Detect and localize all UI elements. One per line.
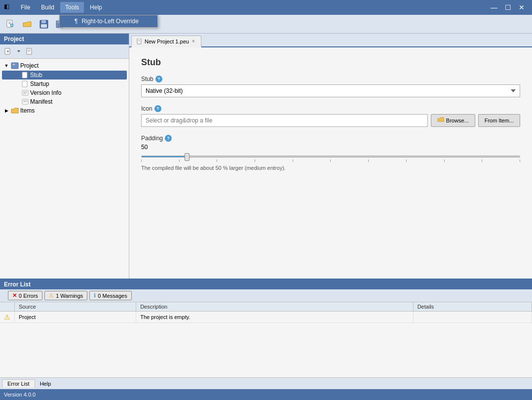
dropdown-item-rtl[interactable]: ¶ Right-to-Left Override (60, 15, 157, 27)
tree-item-versioninfo[interactable]: ▶ Version Info (2, 88, 127, 97)
folder-browse-icon (437, 117, 444, 123)
tree-item-project[interactable]: ▼ Project (2, 61, 127, 71)
open-icon (22, 19, 32, 29)
expand-items-icon[interactable]: ▶ (3, 107, 10, 114)
from-item-button[interactable]: From Item... (478, 114, 520, 127)
tree-item-manifest[interactable]: ▶ Manifest (2, 97, 127, 106)
status-bar: Version 4.0.0 (0, 389, 532, 400)
newfile-icon (26, 48, 33, 55)
project-icon (11, 62, 19, 70)
svg-rect-9 (45, 21, 46, 23)
slider-fill (142, 156, 187, 157)
main-area: Project (0, 34, 532, 279)
stub-label: Stub ? (141, 76, 520, 82)
new-icon (5, 19, 15, 29)
toolbar-new-button[interactable] (3, 17, 18, 31)
stub-help-icon[interactable]: ? (155, 76, 162, 82)
slider-thumb[interactable] (185, 153, 190, 161)
menu-help[interactable]: Help (85, 2, 107, 13)
menu-build[interactable]: Build (36, 2, 59, 13)
svg-rect-8 (41, 24, 47, 28)
padding-help-icon[interactable]: ? (165, 135, 172, 142)
menu-tools[interactable]: Tools (60, 2, 84, 13)
padding-value: 50 (141, 144, 520, 151)
content-area: New Project 1.peu × Stub Stub ? Native (… (129, 34, 532, 279)
error-list-header: Error List (0, 280, 532, 289)
menu-bar: File Build Tools Help (16, 2, 107, 13)
icon-file-input[interactable] (141, 114, 428, 127)
error-icon: ✕ (12, 292, 17, 299)
svg-rect-17 (27, 48, 32, 54)
browse-button[interactable]: Browse... (431, 114, 475, 127)
padding-field-row: Padding ? 50 (141, 135, 520, 171)
col-icon (0, 302, 15, 312)
close-button[interactable]: ✕ (515, 2, 528, 12)
slider-rail (141, 156, 520, 158)
icon-input-row: Browse... From Item... (141, 114, 520, 127)
tree-item-stub[interactable]: ▶ Stub (2, 71, 127, 80)
stub-select[interactable]: Native (32-bit) Native (64-bit) .NET (32… (141, 84, 520, 97)
messages-filter-button[interactable]: ℹ 0 Messages (89, 291, 131, 300)
browse-icon (437, 117, 444, 124)
slider-mark (141, 160, 142, 162)
slider-mark (255, 160, 255, 162)
row-details (413, 312, 532, 323)
tab-file-icon (137, 39, 143, 44)
manifest-icon (22, 98, 29, 105)
startup-file-icon (22, 80, 29, 87)
col-description: Description (136, 302, 413, 312)
padding-hint: The compiled file will be about 50 % lar… (141, 165, 520, 171)
row-icon-cell: ⚠ (0, 312, 15, 323)
tree-item-startup[interactable]: ▶ Startup (2, 80, 127, 88)
slider-mark (520, 160, 520, 162)
title-bar: ◧ File Build Tools Help — ☐ ✕ (0, 0, 532, 15)
tree-item-items[interactable]: ▶ Items (2, 106, 127, 115)
errors-filter-button[interactable]: ✕ 0 Errors (8, 291, 42, 300)
sidebar-new-icon (4, 48, 11, 55)
menu-file[interactable]: File (16, 2, 35, 13)
svg-rect-21 (11, 63, 18, 69)
warnings-filter-button[interactable]: ⚠ 1 Warnings (44, 291, 87, 300)
error-panel: Error List ✕ 0 Errors ⚠ 1 Warnings ℹ 0 M… (0, 279, 532, 377)
sidebar-newfile-btn[interactable] (24, 46, 36, 57)
minimize-button[interactable]: — (488, 2, 500, 12)
bottom-tabs: Error List Help (0, 377, 532, 389)
padding-label: Padding ? (141, 135, 520, 142)
slider-mark (179, 160, 180, 162)
svg-rect-23 (22, 72, 27, 78)
section-title: Stub (141, 57, 520, 68)
tab-bar: New Project 1.peu × (129, 34, 532, 47)
icon-help-icon[interactable]: ? (154, 105, 161, 112)
slider-mark (293, 160, 293, 162)
row-description: The project is empty. (136, 312, 413, 323)
slider-mark (368, 160, 369, 162)
maximize-button[interactable]: ☐ (501, 2, 514, 12)
tools-dropdown: ¶ Right-to-Left Override (59, 15, 158, 28)
chevron-down-icon (17, 49, 21, 53)
bottom-tab-help[interactable]: Help (35, 380, 56, 388)
bottom-tab-errorlist[interactable]: Error List (2, 379, 35, 388)
icon-label: Icon ? (141, 105, 520, 112)
error-row-0[interactable]: ⚠ Project The project is empty. (0, 312, 532, 323)
svg-rect-24 (22, 81, 27, 87)
tab-close-button[interactable]: × (191, 38, 196, 44)
slider-mark (444, 160, 445, 162)
sidebar-new-btn[interactable] (2, 46, 14, 57)
slider-marks (141, 160, 520, 162)
sidebar: Project (0, 34, 129, 279)
stub-file-icon (22, 72, 29, 79)
warning-icon: ⚠ (49, 292, 54, 299)
info-icon: ℹ (94, 292, 96, 299)
toolbar-open-button[interactable] (20, 17, 35, 31)
sidebar-dropdown-btn[interactable] (15, 46, 23, 57)
row-warning-icon: ⚠ (4, 313, 10, 321)
toolbar-save-button[interactable] (37, 17, 51, 31)
slider-mark (217, 160, 217, 162)
sidebar-toolbar (0, 44, 129, 59)
error-table: Source Description Details ⚠ Project The… (0, 302, 532, 377)
version-text: Version 4.0.0 (4, 392, 36, 398)
expand-project-icon[interactable]: ▼ (3, 62, 10, 69)
tab-new-project[interactable]: New Project 1.peu × (131, 36, 201, 47)
error-toolbar: ✕ 0 Errors ⚠ 1 Warnings ℹ 0 Messages (0, 289, 532, 302)
items-folder-icon (11, 107, 19, 114)
